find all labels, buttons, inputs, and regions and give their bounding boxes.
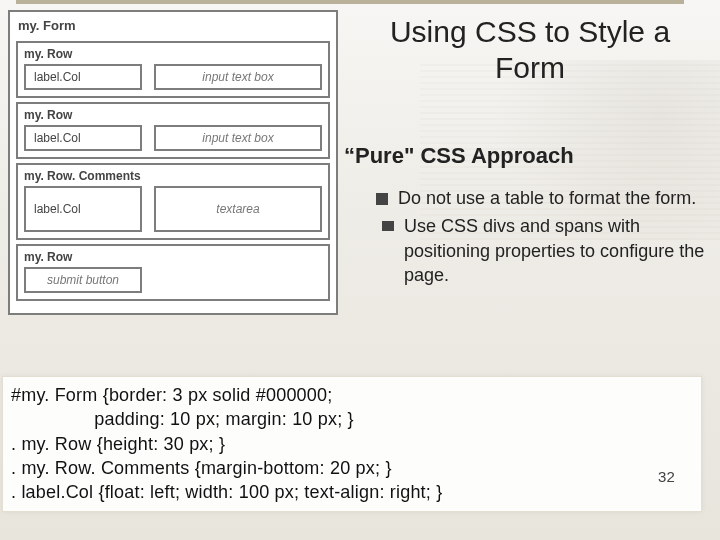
bullet-item: Use CSS divs and spans with positioning … xyxy=(376,214,706,287)
slide-subtitle: “Pure" CSS Approach xyxy=(344,143,704,169)
code-line: . my. Row {height: 30 px; } xyxy=(11,432,691,456)
diagram-label-col: label.Col xyxy=(24,64,142,90)
code-line: . my. Row. Comments {margin-bottom: 20 p… xyxy=(11,456,691,480)
page-number: 32 xyxy=(658,467,675,487)
diagram-label-col: label.Col xyxy=(24,125,142,151)
diagram-label-col: label.Col xyxy=(24,186,142,232)
code-line: #my. Form {border: 3 px solid #000000; xyxy=(11,383,691,407)
code-block: #my. Form {border: 3 px solid #000000; p… xyxy=(2,376,702,512)
slide-title: Using CSS to Style a Form xyxy=(370,14,690,86)
code-line: . label.Col {float: left; width: 100 px;… xyxy=(11,480,691,504)
bullet-marker-icon xyxy=(376,193,388,205)
code-line: padding: 10 px; margin: 10 px; } xyxy=(11,407,691,431)
diagram-row-label: my. Row xyxy=(24,250,322,267)
bullet-text: Do not use a table to format the form. xyxy=(398,186,706,210)
diagram-input-box: input text box xyxy=(154,64,322,90)
slide: my. Form my. Row label.Col input text bo… xyxy=(0,0,720,540)
diagram-row-comments: my. Row. Comments label.Col textarea xyxy=(16,163,330,240)
bullet-list: Do not use a table to format the form. U… xyxy=(376,186,706,291)
diagram-input-box: input text box xyxy=(154,125,322,151)
bullet-marker-icon xyxy=(382,221,394,231)
accent-bar xyxy=(16,0,684,4)
bullet-text: Use CSS divs and spans with positioning … xyxy=(404,214,706,287)
diagram-row: my. Row label.Col input text box xyxy=(16,102,330,159)
diagram-row-label: my. Row. Comments xyxy=(24,169,322,186)
form-diagram: my. Form my. Row label.Col input text bo… xyxy=(8,10,338,315)
diagram-row-label: my. Row xyxy=(24,47,322,64)
diagram-row: my. Row submit button xyxy=(16,244,330,301)
bullet-item: Do not use a table to format the form. xyxy=(376,186,706,210)
diagram-row: my. Row label.Col input text box xyxy=(16,41,330,98)
diagram-form-label: my. Form xyxy=(16,16,330,37)
diagram-textarea: textarea xyxy=(154,186,322,232)
diagram-submit-button: submit button xyxy=(24,267,142,293)
diagram-row-label: my. Row xyxy=(24,108,322,125)
